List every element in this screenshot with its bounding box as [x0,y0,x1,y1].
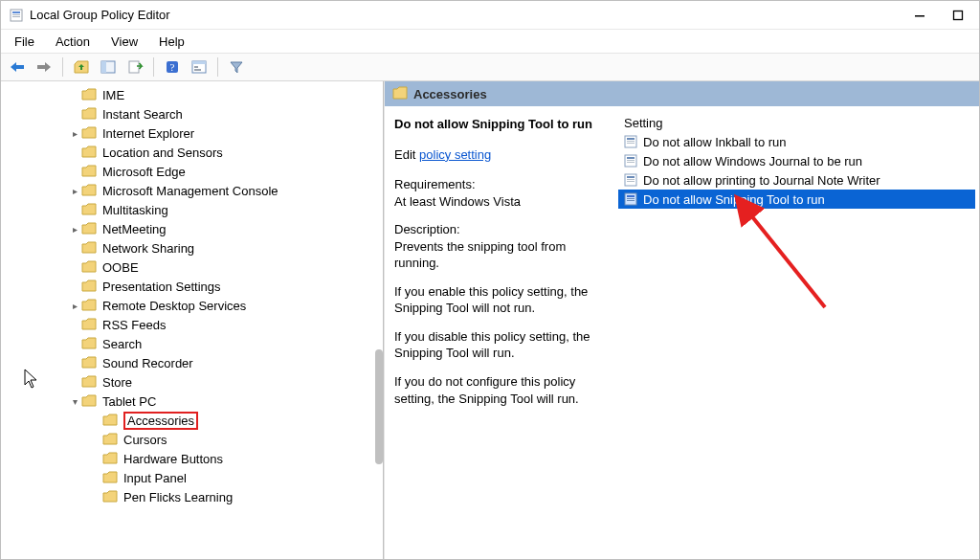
setting-row[interactable]: Do not allow Inkball to run [618,132,975,151]
folder-icon [102,471,118,484]
tree-item[interactable]: Location and Sensors [68,143,383,162]
tree-item[interactable]: Microsoft Edge [68,162,383,181]
requirements-value: At least Windows Vista [394,193,607,211]
details-header-title: Accessories [413,87,487,101]
tree-scrollbar[interactable] [375,349,383,464]
help-button[interactable]: ? [162,56,183,78]
edit-policy-link[interactable]: policy setting [419,147,491,162]
svg-rect-28 [627,181,635,182]
tree-item[interactable]: OOBE [68,258,383,277]
settings-list: Setting Do not allow Inkball to runDo no… [614,106,979,559]
folder-icon [81,280,97,293]
chevron-down-icon[interactable]: ▾ [68,396,81,407]
svg-rect-27 [627,179,635,180]
tree-item-label: IME [102,88,124,102]
tree-item-label: Search [102,337,142,351]
folder-icon [102,433,118,446]
minimize-button[interactable] [906,6,933,25]
tree-item-label: Microsoft Edge [102,165,186,179]
folder-icon [81,126,97,140]
tree-item[interactable]: Instant Search [68,104,383,123]
tree-item-label: Microsoft Management Console [102,184,278,198]
svg-rect-3 [12,16,20,17]
tree-item-label: Cursors [123,433,167,447]
policy-icon [624,154,637,168]
menu-view[interactable]: View [101,33,147,51]
setting-label: Do not allow printing to Journal Note Wr… [643,173,880,188]
menu-action[interactable]: Action [46,33,100,51]
svg-rect-15 [194,66,198,68]
tree-item[interactable]: ▸NetMeeting [68,219,383,238]
tree-item[interactable]: ▸Remote Desktop Services [68,296,383,315]
svg-rect-7 [37,65,46,69]
chevron-right-icon[interactable]: ▸ [68,224,81,235]
content-area: IMEInstant Search▸Internet ExplorerLocat… [1,81,979,559]
chevron-right-icon[interactable]: ▸ [68,128,81,139]
folder-icon [102,490,118,504]
filter-button[interactable] [226,56,247,78]
tree-item-label: OOBE [102,260,139,275]
tree-item-label: Sound Recorder [102,356,193,370]
svg-rect-9 [101,61,106,73]
setting-label: Do not allow Snipping Tool to run [643,192,825,207]
export-button[interactable] [124,56,145,78]
tree-item[interactable]: Hardware Buttons [68,449,383,468]
setting-row[interactable]: Do not allow Windows Journal to be run [618,151,975,170]
svg-rect-2 [12,14,20,15]
app-icon [9,8,24,23]
folder-icon [81,375,97,389]
tree-item[interactable]: ▸Internet Explorer [68,123,383,143]
forward-button[interactable] [33,56,55,78]
annotation-arrow-icon [691,192,844,326]
tree-item-label: Hardware Buttons [123,452,223,466]
menu-file[interactable]: File [5,33,44,51]
svg-rect-5 [954,11,963,19]
titlebar: Local Group Policy Editor [1,1,979,30]
folder-icon [81,165,97,178]
tree-item-label: Tablet PC [102,394,156,409]
up-button[interactable] [71,56,92,78]
tree-item[interactable]: IME [68,85,383,104]
tree-item[interactable]: Network Sharing [68,238,383,258]
svg-rect-20 [627,143,635,144]
setting-row[interactable]: Do not allow Snipping Tool to run [618,190,975,209]
svg-rect-16 [194,69,201,71]
setting-row[interactable]: Do not allow printing to Journal Note Wr… [618,170,975,190]
toolbar: ? [1,53,979,81]
chevron-right-icon[interactable]: ▸ [68,301,81,311]
svg-rect-26 [627,176,635,178]
properties-button[interactable] [189,56,210,78]
tree-item[interactable]: Sound Recorder [68,353,383,372]
svg-rect-4 [915,15,924,17]
folder-icon [81,222,97,235]
tree-item-label: Input Panel [123,471,187,485]
chevron-right-icon[interactable]: ▸ [68,186,81,196]
tree-item[interactable]: Cursors [68,430,383,449]
settings-header[interactable]: Setting [618,114,975,132]
tree-item[interactable]: ▾Tablet PC [68,392,383,411]
folder-icon [102,452,118,465]
tree-item[interactable]: Multitasking [68,200,383,219]
tree-item-label: Location and Sensors [102,146,223,160]
folder-icon [81,146,97,159]
svg-line-33 [739,200,825,307]
details-body: Do not allow Snipping Tool to run Edit p… [385,106,979,559]
tree-item[interactable]: RSS Feeds [68,315,383,334]
tree-item[interactable]: ▸Microsoft Management Console [68,181,383,200]
tree-item[interactable]: Store [68,372,383,392]
maximize-button[interactable] [945,6,971,25]
app-window: Local Group Policy Editor File Action Vi… [0,0,980,560]
description-label: Description: [394,221,607,238]
description-para-3: If you do not configure this policy sett… [394,373,607,407]
tree-item[interactable]: Presentation Settings [68,277,383,296]
tree-item[interactable]: Search [68,334,383,353]
svg-rect-10 [129,61,139,73]
tree-item[interactable]: Pen Flicks Learning [68,487,383,506]
tree-item[interactable]: Accessories [68,411,383,430]
tree-item-label: Network Sharing [102,241,194,256]
menu-help[interactable]: Help [149,33,194,51]
show-hide-tree-button[interactable] [98,56,119,78]
back-button[interactable] [7,56,28,78]
tree-item[interactable]: Input Panel [68,468,383,487]
folder-icon [392,86,408,102]
